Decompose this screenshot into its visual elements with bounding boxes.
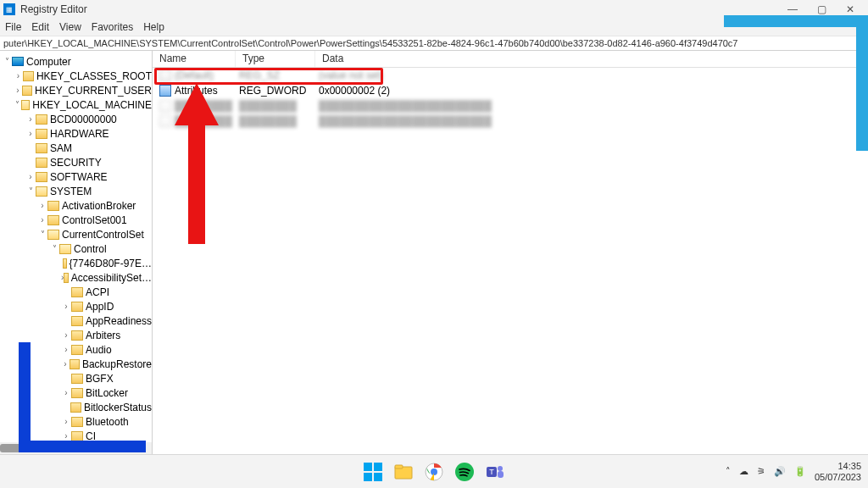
tray-volume-icon[interactable]: 🔊 xyxy=(774,466,786,477)
taskbar-center: T xyxy=(363,462,505,482)
tray-chevron-icon[interactable]: ˄ xyxy=(726,466,731,477)
tree-label: Computer xyxy=(26,56,71,68)
tree-label: Audio xyxy=(86,344,112,356)
value-row-default[interactable]: (Default) REG_SZ (value not set) xyxy=(153,68,868,83)
system-tray: ˄ ☁ ⚞ 🔊 🔋 14:35 05/07/2023 xyxy=(726,461,861,481)
tree-node-computer[interactable]: ˅Computer xyxy=(0,54,152,69)
tree-node-controlset001[interactable]: ›ControlSet001 xyxy=(0,213,152,227)
tree-label: HKEY_CLASSES_ROOT xyxy=(36,70,152,82)
value-data: ████████████████████████ xyxy=(319,100,868,112)
value-data: 0x00000002 (2) xyxy=(319,85,868,97)
tray-battery-icon[interactable]: 🔋 xyxy=(794,466,806,477)
taskbar-explorer-icon[interactable] xyxy=(393,462,414,482)
taskbar-teams-icon[interactable]: T xyxy=(485,462,505,482)
taskbar-spotify-icon[interactable] xyxy=(454,462,475,482)
tree-node-software[interactable]: ›SOFTWARE xyxy=(0,169,152,184)
string-icon xyxy=(159,69,171,81)
app-icon: ▦ xyxy=(3,3,15,15)
tree-node-guid[interactable]: {7746D80F-97E… xyxy=(0,256,152,270)
menu-file[interactable]: File xyxy=(5,21,21,33)
scrollbar-thumb[interactable] xyxy=(0,444,59,452)
tree-node-acpi[interactable]: ACPI xyxy=(0,285,152,299)
window-max-button[interactable]: ▢ xyxy=(807,0,836,19)
tree-node-hardware[interactable]: ›HARDWARE xyxy=(0,126,152,141)
tree-label: ActivationBroker xyxy=(62,200,136,212)
tree-label: BGFX xyxy=(86,373,114,385)
tree-node-bitlocker[interactable]: ›BitLocker xyxy=(0,385,152,400)
tree-node-hkcu[interactable]: ›HKEY_CURRENT_USER xyxy=(0,83,152,97)
tree-node-currentcontrolset[interactable]: ˅CurrentControlSet xyxy=(0,227,152,241)
value-name: (Default) xyxy=(175,69,239,81)
tree-node-hklm[interactable]: ˅HKEY_LOCAL_MACHINE xyxy=(0,97,152,112)
tree-node-bgfx[interactable]: BGFX xyxy=(0,371,152,385)
tree-node-ci[interactable]: ›CI xyxy=(0,429,152,443)
tree-label: SYSTEM xyxy=(50,186,92,197)
tree-label: BackupRestore xyxy=(82,358,152,370)
tree-node-control[interactable]: ˅Control xyxy=(0,241,152,256)
tree-node-sam[interactable]: SAM xyxy=(0,141,152,155)
dword-icon xyxy=(159,85,171,97)
tree-node-backuprestore[interactable]: ›BackupRestore xyxy=(0,357,152,371)
value-row-attributes[interactable]: Attributes REG_DWORD 0x00000002 (2) xyxy=(153,83,868,98)
tree-node-appreadiness[interactable]: AppReadiness xyxy=(0,313,152,328)
svg-rect-3 xyxy=(364,473,372,481)
tree-label: BCD00000000 xyxy=(50,114,117,125)
svg-rect-4 xyxy=(374,473,382,481)
clock-date: 05/07/2023 xyxy=(815,472,861,482)
menu-view[interactable]: View xyxy=(59,21,81,33)
tray-wifi-icon[interactable]: ⚞ xyxy=(757,466,765,477)
values-panel: Name Type Data (Default) REG_SZ (value n… xyxy=(153,51,868,454)
menu-help[interactable]: Help xyxy=(143,21,164,33)
svg-point-12 xyxy=(498,466,503,471)
values-header: Name Type Data xyxy=(153,51,868,68)
tree-node-bitlockerstatus[interactable]: BitlockerStatus xyxy=(0,400,152,414)
menu-edit[interactable]: Edit xyxy=(31,21,49,33)
svg-rect-2 xyxy=(374,463,382,471)
registry-tree[interactable]: ˅Computer ›HKEY_CLASSES_ROOT ›HKEY_CURRE… xyxy=(0,51,152,454)
tree-label: Bluetooth xyxy=(86,416,129,428)
value-type: ████████ xyxy=(239,115,319,127)
window-min-button[interactable]: — xyxy=(778,0,807,19)
svg-rect-13 xyxy=(498,471,504,478)
taskbar-clock[interactable]: 14:35 05/07/2023 xyxy=(815,461,861,481)
address-bar[interactable]: puter\HKEY_LOCAL_MACHINE\SYSTEM\CurrentC… xyxy=(0,36,868,51)
tree-node-security[interactable]: SECURITY xyxy=(0,155,152,169)
tree-node-arbiters[interactable]: ›Arbiters xyxy=(0,328,152,342)
tree-node-system[interactable]: ˅SYSTEM xyxy=(0,184,152,198)
value-name: Attributes xyxy=(175,85,239,97)
col-header-name[interactable]: Name xyxy=(153,51,236,67)
tree-label: ACPI xyxy=(86,286,109,298)
svg-rect-1 xyxy=(364,463,372,471)
tree-node-accessibility[interactable]: ›AccessibilitySet… xyxy=(0,270,152,285)
window-title: Registry Editor xyxy=(20,3,87,15)
value-row-blurred: ████████ ████████ ██████████████████████… xyxy=(153,98,868,114)
value-name: ████████ xyxy=(175,115,239,127)
tree-label: BitlockerStatus xyxy=(84,402,152,413)
tree-label: AccessibilitySet… xyxy=(71,272,152,284)
value-type: ████████ xyxy=(239,100,319,112)
taskbar-chrome-icon[interactable] xyxy=(424,462,444,482)
tree-label: SOFTWARE xyxy=(50,171,108,183)
start-button[interactable] xyxy=(363,462,383,482)
svg-rect-6 xyxy=(395,465,403,469)
main-area: ˅Computer ›HKEY_CLASSES_ROOT ›HKEY_CURRE… xyxy=(0,51,868,454)
menu-favorites[interactable]: Favorites xyxy=(92,21,133,33)
tree-node-bcd[interactable]: ›BCD00000000 xyxy=(0,112,152,126)
menu-bar: File Edit View Favorites Help xyxy=(0,19,868,36)
tree-node-activationbroker[interactable]: ›ActivationBroker xyxy=(0,198,152,213)
tray-onedrive-icon[interactable]: ☁ xyxy=(739,466,748,477)
tree-node-hkcr[interactable]: ›HKEY_CLASSES_ROOT xyxy=(0,69,152,83)
tree-node-appid[interactable]: ›AppID xyxy=(0,299,152,313)
window-close-button[interactable]: ✕ xyxy=(836,0,865,19)
tree-node-audio[interactable]: ›Audio xyxy=(0,342,152,357)
col-header-type[interactable]: Type xyxy=(236,51,315,67)
col-header-data[interactable]: Data xyxy=(315,51,868,67)
tree-horizontal-scrollbar[interactable] xyxy=(0,442,152,454)
tree-node-bluetooth[interactable]: ›Bluetooth xyxy=(0,414,152,429)
tree-label: {7746D80F-97E… xyxy=(70,258,152,269)
svg-text:T: T xyxy=(489,468,494,476)
tree-label: AppID xyxy=(86,301,114,313)
tree-label: AppReadiness xyxy=(86,315,152,327)
string-icon xyxy=(159,115,171,127)
tree-label: BitLocker xyxy=(86,387,128,399)
